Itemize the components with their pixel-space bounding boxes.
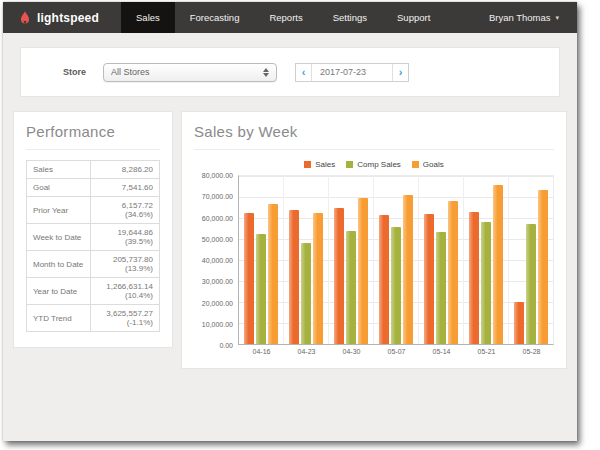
table-row: Prior Year 6,157.72 (34.6%) <box>27 197 160 224</box>
y-tick-label: 70,000.00 <box>202 193 233 200</box>
y-tick-label: 80,000.00 <box>202 172 233 179</box>
nav-item-reports[interactable]: Reports <box>254 2 317 33</box>
y-axis: 80,000.00 70,000.00 60,000.00 50,000.00 … <box>194 175 238 345</box>
plot-area <box>238 175 554 345</box>
bar-goals[interactable] <box>403 195 413 344</box>
bar-comp-sales[interactable] <box>346 231 356 344</box>
bar-group <box>329 176 374 344</box>
legend-swatch-sales <box>304 161 311 168</box>
metric-value: 1,266,631.14 (10.4%) <box>90 278 159 305</box>
nav-item-forecasting[interactable]: Forecasting <box>175 2 255 33</box>
metric-value: 3,625,557.27 (-1.1%) <box>90 305 159 332</box>
x-tick-label: 04-23 <box>284 348 329 355</box>
top-navbar: lightspeed Sales Forecasting Reports Set… <box>3 2 577 33</box>
date-next-button[interactable]: › <box>392 64 408 81</box>
metric-label: Week to Date <box>27 224 91 251</box>
y-tick-label: 40,000.00 <box>202 257 233 264</box>
x-tick-label: 05-21 <box>464 348 509 355</box>
x-tick-label: 05-28 <box>509 348 554 355</box>
divider <box>26 149 160 150</box>
legend-item-goals: Goals <box>412 160 444 169</box>
bar-comp-sales[interactable] <box>391 227 401 344</box>
bar-chart: 80,000.00 70,000.00 60,000.00 50,000.00 … <box>194 175 554 345</box>
bar-sales[interactable] <box>289 210 299 344</box>
metric-value: 19,644.86 (39.5%) <box>90 224 159 251</box>
flame-icon <box>19 11 31 25</box>
bar-sales[interactable] <box>424 214 434 344</box>
legend-label: Sales <box>315 160 335 169</box>
metric-value: 205,737.80 (13.9%) <box>90 251 159 278</box>
legend-label: Goals <box>423 160 444 169</box>
nav-item-settings[interactable]: Settings <box>318 2 382 33</box>
performance-table: Sales 8,286.20 Goal 7,541.60 Prior Year … <box>26 160 160 332</box>
y-tick-label: 0.00 <box>219 342 233 349</box>
chevron-down-icon: ▾ <box>555 14 559 22</box>
nav-item-support[interactable]: Support <box>382 2 445 33</box>
bar-group <box>464 176 509 344</box>
table-row: Year to Date 1,266,631.14 (10.4%) <box>27 278 160 305</box>
y-tick-label: 20,000.00 <box>202 299 233 306</box>
date-prev-button[interactable]: ‹ <box>296 64 312 81</box>
legend-item-sales: Sales <box>304 160 335 169</box>
store-label: Store <box>63 67 86 77</box>
legend-item-comp-sales: Comp Sales <box>346 160 401 169</box>
bar-sales[interactable] <box>379 215 389 344</box>
bar-goals[interactable] <box>448 201 458 344</box>
bar-comp-sales[interactable] <box>526 224 536 344</box>
bar-goals[interactable] <box>538 190 548 344</box>
legend-label: Comp Sales <box>357 160 401 169</box>
date-value[interactable]: 2017-07-23 <box>312 64 392 81</box>
select-stepper-icon <box>263 68 269 77</box>
bar-comp-sales[interactable] <box>481 222 491 344</box>
chart-legend: Sales Comp Sales Goals <box>194 160 554 169</box>
y-tick-label: 10,000.00 <box>202 320 233 327</box>
performance-title: Performance <box>26 123 160 140</box>
metric-label: YTD Trend <box>27 305 91 332</box>
divider <box>194 149 554 150</box>
bar-goals[interactable] <box>313 213 323 344</box>
bar-group <box>284 176 329 344</box>
bar-goals[interactable] <box>268 204 278 344</box>
bar-group <box>419 176 464 344</box>
brand-logo[interactable]: lightspeed <box>19 2 99 33</box>
y-tick-label: 30,000.00 <box>202 278 233 285</box>
filter-bar: Store All Stores ‹ 2017-07-23 › <box>20 47 560 97</box>
bar-goals[interactable] <box>493 185 503 344</box>
bar-sales[interactable] <box>244 213 254 344</box>
bar-sales[interactable] <box>469 212 479 344</box>
x-axis: 04-16 04-23 04-30 05-07 05-14 05-21 05-2… <box>239 345 554 355</box>
store-select-value: All Stores <box>111 67 150 77</box>
brand-name: lightspeed <box>37 11 99 25</box>
bar-group <box>509 176 553 344</box>
nav-menu: Sales Forecasting Reports Settings Suppo… <box>121 2 445 33</box>
user-menu[interactable]: Bryan Thomas ▾ <box>489 2 559 33</box>
x-tick-label: 04-30 <box>329 348 374 355</box>
date-picker: ‹ 2017-07-23 › <box>295 63 409 82</box>
x-tick-label: 05-07 <box>374 348 419 355</box>
table-row: Goal 7,541.60 <box>27 179 160 197</box>
table-row: YTD Trend 3,625,557.27 (-1.1%) <box>27 305 160 332</box>
metric-label: Month to Date <box>27 251 91 278</box>
nav-item-sales[interactable]: Sales <box>121 2 175 33</box>
performance-panel: Performance Sales 8,286.20 Goal 7,541.60… <box>13 111 173 348</box>
metric-label: Sales <box>27 161 91 179</box>
user-name: Bryan Thomas <box>489 12 551 23</box>
chart-title: Sales by Week <box>194 123 554 140</box>
metric-label: Year to Date <box>27 278 91 305</box>
bar-comp-sales[interactable] <box>436 232 446 344</box>
bar-comp-sales[interactable] <box>256 234 266 344</box>
metric-label: Prior Year <box>27 197 91 224</box>
bar-group <box>239 176 284 344</box>
bar-goals[interactable] <box>358 198 368 344</box>
table-row: Week to Date 19,644.86 (39.5%) <box>27 224 160 251</box>
bar-comp-sales[interactable] <box>301 243 311 344</box>
table-row: Sales 8,286.20 <box>27 161 160 179</box>
bar-sales[interactable] <box>514 302 524 344</box>
bar-sales[interactable] <box>334 208 344 345</box>
store-select[interactable]: All Stores <box>103 63 277 82</box>
metric-value: 7,541.60 <box>90 179 159 197</box>
y-tick-label: 60,000.00 <box>202 214 233 221</box>
metric-value: 6,157.72 (34.6%) <box>90 197 159 224</box>
metric-label: Goal <box>27 179 91 197</box>
legend-swatch-comp-sales <box>346 161 353 168</box>
